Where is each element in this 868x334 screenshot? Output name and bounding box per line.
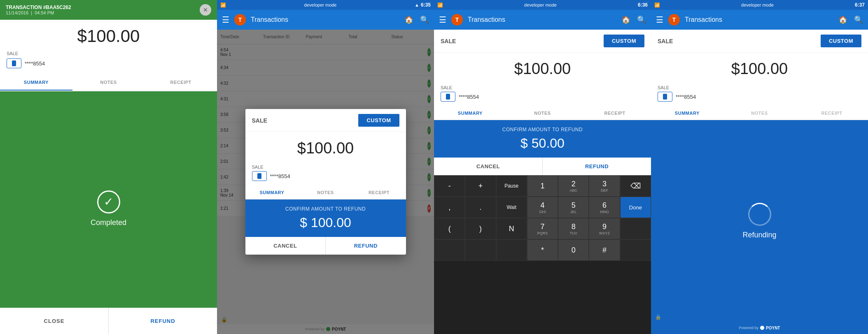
key-3[interactable]: 3DEF xyxy=(589,175,620,197)
refund-button-1[interactable]: REFUND xyxy=(109,308,217,334)
modal-header-3: SALE CUSTOM xyxy=(434,30,651,53)
key-5[interactable]: 5JKL xyxy=(558,197,589,218)
key-empty-5 xyxy=(620,239,651,261)
nav-bar-4: ☰ T Transactions 🏠 🔍 xyxy=(651,10,868,30)
key-2[interactable]: 2ABC xyxy=(558,175,589,197)
menu-icon-3[interactable]: ☰ xyxy=(439,15,446,25)
card-last4-4: ****8554 xyxy=(676,94,696,100)
modal-sale-label-4: SALE xyxy=(658,38,673,44)
refund-amount-3: $ 50.00 xyxy=(441,136,644,151)
nav-title-3: Transactions xyxy=(468,16,616,23)
card-chip-2 xyxy=(257,173,261,179)
status-bar-3: 📶 developer mode 6:36 xyxy=(434,0,651,10)
home-icon-2[interactable]: 🏠 xyxy=(404,15,413,24)
check-circle-icon: ✓ xyxy=(97,190,120,213)
tab-summary-1[interactable]: SUMMARY xyxy=(0,75,72,90)
refund-confirm-button-3[interactable]: REFUND xyxy=(543,158,651,175)
menu-icon-2[interactable]: ☰ xyxy=(222,15,229,25)
refund-confirm-button-2[interactable]: REFUND xyxy=(326,237,406,255)
nav-icons-2: 🏠 🔍 xyxy=(404,15,429,24)
tab-notes-1[interactable]: NOTES xyxy=(72,75,145,90)
menu-icon-4[interactable]: ☰ xyxy=(656,15,663,25)
key-6[interactable]: 6MNO xyxy=(589,197,620,218)
nav-title-4: Transactions xyxy=(685,16,833,23)
key-4[interactable]: 4GHI xyxy=(527,197,558,218)
search-icon-4[interactable]: 🔍 xyxy=(854,15,863,24)
modal-card-info-3: ****8554 xyxy=(441,92,644,102)
panel-2: 📶 developer mode ▲ 6:35 ☰ T Transactions… xyxy=(217,0,434,334)
completed-section: ✓ Completed xyxy=(0,91,217,326)
refunding-spinner xyxy=(748,203,771,226)
cancel-button-3[interactable]: CANCEL xyxy=(434,158,543,175)
home-icon-3[interactable]: 🏠 xyxy=(621,15,630,24)
key-plus[interactable]: + xyxy=(465,175,496,197)
modal-overlay-3: SALE CUSTOM $100.00 SALE ****8554 SUMMAR… xyxy=(434,30,651,334)
powered-by-4: Powered by POYNT xyxy=(651,322,868,334)
close-button-1[interactable]: CLOSE xyxy=(0,308,109,334)
keyboard-row-2: , . Wait 4GHI 5JKL 6MNO Done xyxy=(434,197,651,218)
refund-confirm-label-2: CONFIRM AMOUNT TO REFUND xyxy=(252,206,399,212)
tab-receipt-2[interactable]: RECEIPT xyxy=(352,186,406,199)
modal-card-row-2: SALE ****8554 xyxy=(245,165,406,186)
refund-confirm-label-3: CONFIRM AMOUNT TO REFUND xyxy=(441,127,644,132)
card-icon-4 xyxy=(658,92,672,102)
modal-header-4: SALE CUSTOM xyxy=(651,30,868,53)
lock-icon-4: 🔒 xyxy=(655,314,661,320)
key-empty-1 xyxy=(620,218,651,239)
tab-summary-4[interactable]: SUMMARY xyxy=(651,107,723,120)
sale-label-4: SALE xyxy=(658,85,861,90)
completed-label: Completed xyxy=(91,218,126,227)
refund-confirm-section-3: CONFIRM AMOUNT TO REFUND $ 50.00 xyxy=(434,120,651,158)
tab-receipt-1[interactable]: RECEIPT xyxy=(145,75,217,90)
tx-sale-label: SALE xyxy=(7,51,210,56)
key-done[interactable]: Done xyxy=(620,197,651,218)
tx-amount-value: $100.00 xyxy=(7,26,210,46)
tx-detail-header-1: TRANSACTION #BAA5C262 11/14/2016 | 04:54… xyxy=(0,0,217,20)
refund-confirm-section-2: CONFIRM AMOUNT TO REFUND $ 100.00 xyxy=(245,199,406,237)
key-star[interactable]: * xyxy=(527,239,558,261)
key-8[interactable]: 8TUV xyxy=(558,218,589,239)
key-hash[interactable]: # xyxy=(589,239,620,261)
search-icon-3[interactable]: 🔍 xyxy=(637,15,646,24)
refund-actions-2: CANCEL REFUND xyxy=(245,237,406,255)
key-lparen[interactable]: ( xyxy=(434,218,465,239)
tab-summary-2[interactable]: SUMMARY xyxy=(245,186,299,199)
key-7[interactable]: 7PQRS xyxy=(527,218,558,239)
tab-summary-3[interactable]: SUMMARY xyxy=(434,107,506,120)
tab-notes-3[interactable]: NOTES xyxy=(506,107,579,120)
modal-amount-3: $100.00 xyxy=(434,53,651,85)
nav-icons-4: 🏠 🔍 xyxy=(838,15,863,24)
refunding-overlay-4: SALE CUSTOM $100.00 SALE ****8554 SUMMAR… xyxy=(651,30,868,334)
custom-button-2[interactable]: CUSTOM xyxy=(358,114,399,127)
tab-receipt-3[interactable]: RECEIPT xyxy=(579,107,651,120)
modal-amount-2: $100.00 xyxy=(245,132,406,165)
key-backspace[interactable]: ⌫ xyxy=(620,175,651,197)
key-1[interactable]: 1 xyxy=(527,175,558,197)
action-bar-1: CLOSE REFUND xyxy=(0,308,217,334)
modal-amount-4: $100.00 xyxy=(651,53,868,85)
tab-receipt-4[interactable]: RECEIPT xyxy=(796,107,868,120)
tab-notes-4[interactable]: NOTES xyxy=(723,107,796,120)
key-rparen[interactable]: ) xyxy=(465,218,496,239)
key-0[interactable]: 0 xyxy=(558,239,589,261)
card-last4: ****8554 xyxy=(25,60,45,67)
key-9[interactable]: 9WXYZ xyxy=(589,218,620,239)
close-button[interactable]: ✕ xyxy=(200,4,211,16)
key-dot[interactable]: . xyxy=(465,197,496,218)
cancel-button-2[interactable]: CANCEL xyxy=(245,237,326,255)
search-icon-2[interactable]: 🔍 xyxy=(420,15,429,24)
key-pause[interactable]: Pause xyxy=(496,175,527,197)
home-icon-4[interactable]: 🏠 xyxy=(838,15,847,24)
custom-button-3[interactable]: CUSTOM xyxy=(604,35,644,47)
tab-notes-2[interactable]: NOTES xyxy=(299,186,352,199)
key-comma[interactable]: , xyxy=(434,197,465,218)
modal-tabs-4: SUMMARY NOTES RECEIPT xyxy=(651,107,868,120)
card-chip xyxy=(12,60,16,66)
custom-button-4[interactable]: CUSTOM xyxy=(821,35,861,47)
key-wait[interactable]: Wait xyxy=(496,197,527,218)
dev-mode-label-2: developer mode xyxy=(226,2,415,7)
key-n[interactable]: N xyxy=(496,218,527,239)
signal-icon-2: ▲ xyxy=(415,2,419,7)
key-minus[interactable]: - xyxy=(434,175,465,197)
key-empty-2 xyxy=(434,239,465,261)
